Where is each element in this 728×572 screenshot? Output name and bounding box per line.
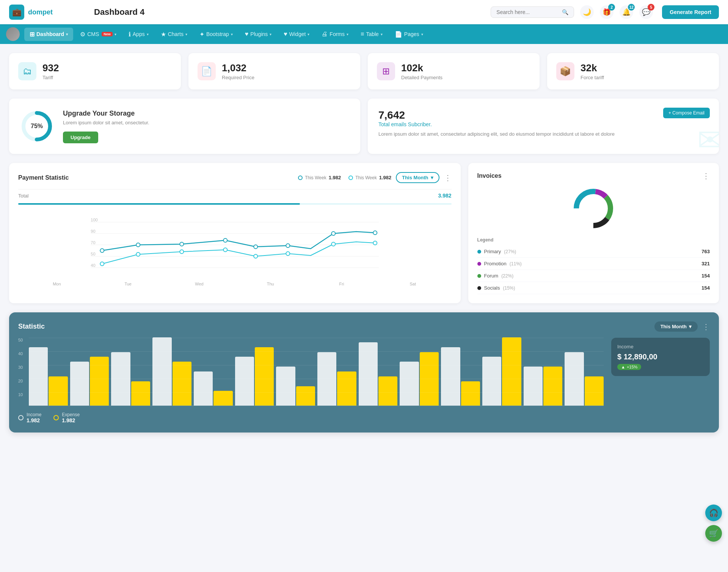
bar-group-5 bbox=[235, 338, 274, 406]
plugins-arrow: ▾ bbox=[270, 32, 271, 36]
nav-item-apps[interactable]: ℹ Apps ▾ bbox=[123, 28, 154, 41]
invoices-card: Invoices ⋮ Legend bbox=[468, 163, 719, 303]
stat-card-force-tariff: 📦 32k Force tariff bbox=[547, 53, 719, 89]
svg-point-18 bbox=[331, 232, 335, 235]
income-expense-row: Income 1.982 Expense 1.982 bbox=[18, 412, 604, 423]
storage-percent-label: 75% bbox=[31, 123, 43, 130]
nav-item-dashboard[interactable]: ⊞ Dashboard ▾ bbox=[24, 28, 73, 41]
legend-val-1: 1.982 bbox=[329, 175, 341, 180]
detailed-payments-info: 102k Detailed Payments bbox=[401, 62, 442, 80]
stat-cards-grid: 🗂 932 Tariff 📄 1,032 Required Price ⊞ 10… bbox=[9, 53, 719, 89]
y-axis: 50 40 30 20 10 bbox=[18, 338, 23, 397]
generate-report-button[interactable]: Generate Report bbox=[662, 5, 719, 19]
payment-menu-button[interactable]: ⋮ bbox=[444, 174, 452, 182]
svg-text:50: 50 bbox=[91, 252, 95, 256]
primary-percent: (27%) bbox=[504, 249, 516, 254]
bell-badge: 12 bbox=[628, 4, 635, 11]
legend-label-1: This Week bbox=[305, 175, 326, 180]
cms-icon: ⚙ bbox=[80, 31, 85, 38]
bar-yellow-13 bbox=[585, 376, 604, 406]
storage-title: Upgrade Your Storage bbox=[63, 110, 149, 118]
expense-info: Expense 1.982 bbox=[62, 412, 80, 423]
socials-dot bbox=[477, 286, 481, 290]
bar-group-11 bbox=[482, 338, 521, 406]
legend-item-2: This Week 1.982 bbox=[348, 175, 391, 180]
search-input[interactable] bbox=[496, 9, 559, 15]
payment-header-controls: This Week 1.982 This Week 1.982 This Mon… bbox=[298, 172, 451, 183]
storage-description: Lorem ipsum dolor sit amet, onsectetur. bbox=[63, 120, 149, 125]
nav-item-table[interactable]: ≡ Table ▾ bbox=[355, 28, 388, 41]
y-label-50: 50 bbox=[18, 338, 23, 342]
required-price-icon: 📄 bbox=[198, 62, 216, 80]
inv-legend-forum: Forum (22%) 154 bbox=[477, 270, 710, 282]
legend-dot-2 bbox=[348, 176, 353, 180]
moon-icon-btn[interactable]: 🌙 bbox=[580, 5, 594, 19]
bell-icon-btn[interactable]: 🔔 12 bbox=[620, 5, 633, 19]
primary-value: 763 bbox=[701, 249, 710, 254]
gift-icon-btn[interactable]: 🎁 2 bbox=[600, 5, 613, 19]
svg-point-13 bbox=[136, 243, 140, 247]
nav-label-widget: Widget bbox=[289, 31, 306, 37]
promotion-percent: (11%) bbox=[510, 261, 522, 266]
tariff-value: 932 bbox=[42, 62, 59, 74]
grid-line-4 bbox=[29, 392, 604, 393]
force-tariff-label: Force tariff bbox=[581, 75, 604, 80]
svg-point-12 bbox=[100, 249, 104, 252]
table-icon: ≡ bbox=[361, 31, 364, 38]
line-chart-wrap: 100 90 70 50 40 bbox=[18, 211, 452, 286]
logo-text: dompet bbox=[28, 8, 53, 16]
nav-item-bootstrap[interactable]: ✦ Bootstrap ▾ bbox=[194, 28, 238, 41]
statistic-this-month-button[interactable]: This Month ▾ bbox=[654, 321, 698, 332]
nav-item-widget[interactable]: ♥ Widget ▾ bbox=[278, 28, 315, 41]
chat-icon-btn[interactable]: 💬 5 bbox=[639, 5, 653, 19]
nav-label-apps: Apps bbox=[133, 31, 145, 37]
force-tariff-value: 32k bbox=[581, 62, 604, 74]
legend-dot-1 bbox=[298, 176, 303, 180]
bar-group-8 bbox=[359, 338, 398, 406]
nav-item-cms[interactable]: ⚙ CMS New ▾ bbox=[75, 28, 122, 41]
bar-white-5 bbox=[235, 357, 254, 406]
nav-label-charts: Charts bbox=[168, 31, 184, 37]
bar-white-4 bbox=[194, 371, 213, 406]
tariff-info: 932 Tariff bbox=[42, 62, 59, 80]
compose-email-button[interactable]: + Compose Email bbox=[663, 108, 710, 118]
svg-point-25 bbox=[286, 252, 290, 255]
charts-arrow: ▾ bbox=[185, 32, 187, 36]
income-detail-box: Income $ 12,890,00 ▲ +15% bbox=[611, 338, 710, 376]
bar-yellow-10 bbox=[461, 381, 480, 406]
svg-point-27 bbox=[373, 241, 377, 245]
invoices-menu-button[interactable]: ⋮ bbox=[702, 172, 710, 180]
nav-item-pages[interactable]: 📄 Pages ▾ bbox=[389, 28, 428, 41]
bar-white-8 bbox=[359, 342, 378, 406]
bar-group-4 bbox=[194, 338, 233, 406]
payment-invoices-row: Payment Statistic This Week 1.982 This W… bbox=[9, 163, 719, 303]
nav-item-plugins[interactable]: ♥ Plugins ▾ bbox=[240, 28, 277, 41]
inv-legend-primary: Primary (27%) 763 bbox=[477, 246, 710, 258]
invoices-legend: Legend Primary (27%) 763 Promotion (11%) bbox=[477, 237, 710, 294]
income-item: Income 1.982 bbox=[18, 412, 41, 423]
bar-white-1 bbox=[70, 362, 89, 406]
this-month-button[interactable]: This Month ▾ bbox=[396, 172, 439, 183]
email-card: + Compose Email 7,642 Total emails Subcr… bbox=[368, 99, 719, 154]
inv-legend-socials: Socials (15%) 154 bbox=[477, 282, 710, 294]
legend-heading: Legend bbox=[477, 237, 710, 243]
svg-point-26 bbox=[331, 242, 335, 246]
payment-total-row: Total 3.982 bbox=[18, 189, 452, 202]
upgrade-button[interactable]: Upgrade bbox=[63, 132, 98, 143]
required-price-label: Required Price bbox=[222, 75, 254, 80]
svg-text:70: 70 bbox=[91, 240, 95, 245]
nav-item-forms[interactable]: 🖨 Forms ▾ bbox=[316, 28, 354, 41]
income-badge: ▲ +15% bbox=[617, 364, 641, 370]
statistic-content: 50 40 30 20 10 bbox=[18, 338, 710, 423]
statistic-menu-button[interactable]: ⋮ bbox=[702, 323, 710, 331]
svg-point-17 bbox=[286, 244, 290, 248]
x-label-wed: Wed bbox=[164, 282, 235, 286]
email-subtitle: Total emails Subcriber. bbox=[378, 121, 708, 127]
primary-label: Primary bbox=[484, 249, 501, 254]
table-arrow: ▾ bbox=[381, 32, 383, 36]
email-envelope-icon: ✉ bbox=[697, 122, 719, 154]
bar-yellow-4 bbox=[213, 391, 232, 406]
nav-item-charts[interactable]: ★ Charts ▾ bbox=[155, 28, 193, 41]
y-label-40: 40 bbox=[18, 351, 23, 356]
payment-title: Payment Statistic bbox=[18, 174, 69, 181]
